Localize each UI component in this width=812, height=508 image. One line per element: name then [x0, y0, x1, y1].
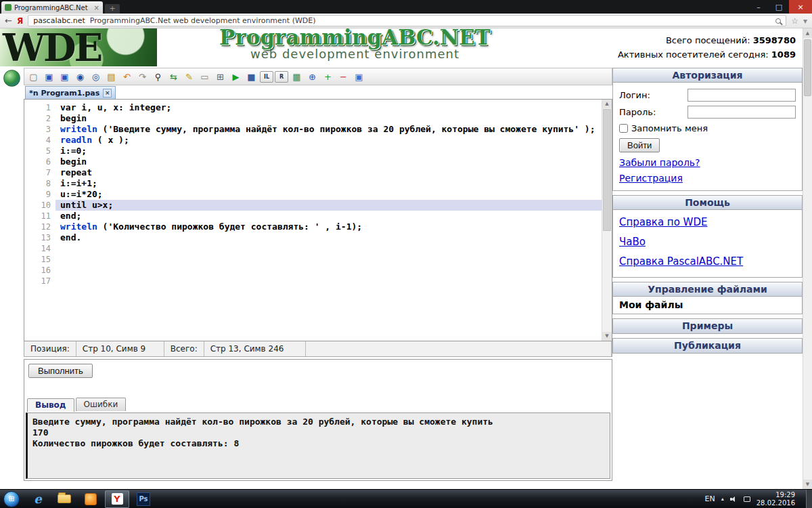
- snippets-icon[interactable]: ▤: [104, 70, 118, 84]
- code-line[interactable]: writeln ('Введите сумму, программа найдё…: [55, 124, 602, 135]
- scroll-down-icon[interactable]: ▼: [602, 332, 612, 341]
- help-wde-link[interactable]: Справка по WDE: [619, 216, 796, 228]
- window-icon[interactable]: ⊞: [213, 70, 227, 84]
- code-line[interactable]: [55, 243, 602, 254]
- start-button[interactable]: ⊞: [3, 491, 20, 507]
- help-panel-header[interactable]: Помощь: [613, 196, 802, 210]
- code-line[interactable]: var i, u, x: integer;: [55, 102, 602, 113]
- network-icon[interactable]: [744, 496, 750, 502]
- tab-close-icon[interactable]: ×: [94, 4, 99, 12]
- code-line[interactable]: until u>x;: [55, 200, 602, 211]
- save-icon[interactable]: ▣: [42, 70, 56, 84]
- open-url-icon[interactable]: ◉: [73, 70, 87, 84]
- code-area[interactable]: var i, u, x: integer;beginwriteln ('Введ…: [55, 100, 602, 341]
- undo-icon[interactable]: ↶: [120, 70, 134, 84]
- my-files-item[interactable]: Мои файлы: [613, 297, 802, 314]
- format-icon[interactable]: ✎: [182, 70, 196, 84]
- upload-icon[interactable]: ◎: [89, 70, 103, 84]
- orange-app-icon[interactable]: [78, 490, 103, 508]
- code-line[interactable]: i:=0;: [55, 146, 602, 156]
- line-number: 4: [24, 135, 51, 146]
- back-icon[interactable]: ←: [5, 16, 12, 26]
- show-desktop-button[interactable]: [806, 490, 812, 508]
- code-line[interactable]: repeat: [55, 167, 602, 178]
- login-field[interactable]: [687, 89, 796, 102]
- new-file-icon[interactable]: ▢: [26, 70, 41, 84]
- tray-chevron-icon[interactable]: ▴: [721, 496, 724, 502]
- zoom-in-icon[interactable]: +: [321, 70, 335, 84]
- scroll-up-icon[interactable]: ▲: [602, 100, 612, 108]
- code-line[interactable]: begin: [55, 156, 602, 167]
- il-view-icon[interactable]: IL: [260, 71, 273, 83]
- maximize-editor-icon[interactable]: ▣: [352, 70, 366, 84]
- tab-output[interactable]: Вывод: [27, 398, 74, 412]
- new-tab-button[interactable]: +: [105, 4, 120, 14]
- code-line[interactable]: writeln ('Количество пирожков будет сост…: [55, 221, 602, 232]
- web-icon[interactable]: ⊕: [305, 70, 319, 84]
- login-button[interactable]: Войти: [619, 138, 660, 152]
- redo-icon[interactable]: ↷: [135, 70, 150, 84]
- tab-errors[interactable]: Ошибки: [76, 398, 127, 411]
- photoshop-icon[interactable]: Ps: [131, 490, 156, 508]
- line-number: 17: [24, 276, 51, 287]
- auth-panel-header[interactable]: Авторизация: [613, 68, 802, 83]
- code-line[interactable]: end.: [55, 232, 602, 243]
- code-line[interactable]: [55, 254, 602, 265]
- code-editor[interactable]: 1234567891011121314151617 var i, u, x: i…: [24, 99, 612, 341]
- yandex-browser-icon[interactable]: Y: [105, 490, 129, 508]
- volume-icon[interactable]: [730, 496, 738, 503]
- line-number: 13: [24, 232, 51, 243]
- page-scroll-down-icon[interactable]: ▼: [803, 480, 812, 489]
- taskbar-clock[interactable]: 19:29 28.02.2016: [757, 491, 795, 507]
- register-link[interactable]: Регистрация: [619, 173, 796, 184]
- page-scrollbar[interactable]: ▲ ▼: [803, 28, 812, 489]
- password-field[interactable]: [687, 106, 796, 119]
- page-scrollbar-thumb[interactable]: [804, 39, 811, 96]
- publish-panel-header[interactable]: Публикация: [613, 339, 802, 353]
- internet-explorer-icon[interactable]: e: [26, 490, 50, 508]
- url-field[interactable]: pascalabc.net ProgrammingABC.Net web dev…: [28, 15, 786, 26]
- zoom-out-icon[interactable]: −: [336, 70, 351, 84]
- code-line[interactable]: u:=i*20;: [55, 189, 602, 200]
- language-indicator[interactable]: EN: [705, 494, 715, 503]
- bookmark-star-icon[interactable]: ☆: [791, 16, 798, 26]
- save-all-icon[interactable]: ▣: [58, 70, 72, 84]
- translate-icon[interactable]: ⇆: [166, 70, 181, 84]
- code-line[interactable]: [55, 265, 602, 276]
- clear-icon[interactable]: ▭: [198, 70, 212, 84]
- line-number: 2: [24, 113, 51, 124]
- stop-icon[interactable]: ■: [244, 70, 258, 84]
- search-icon[interactable]: [775, 18, 781, 24]
- help-pascalabc-link[interactable]: Справка PascalABC.NET: [619, 255, 796, 268]
- tab-program1[interactable]: *n Program1.pas ×: [25, 86, 116, 99]
- yandex-icon[interactable]: Я: [17, 16, 23, 26]
- image-icon[interactable]: ▦: [290, 70, 304, 84]
- code-line[interactable]: i:=i+1;: [55, 178, 602, 189]
- taskbar: ⊞ e Y Ps EN ▴ 19:29 28.02.2016: [0, 489, 812, 508]
- code-line[interactable]: begin: [55, 113, 602, 124]
- forgot-password-link[interactable]: Забыли пароль?: [619, 157, 796, 168]
- browser-tab[interactable]: ProgrammingABC.Net ×: [1, 1, 103, 14]
- editor-scrollbar[interactable]: ▲ ▼: [602, 100, 612, 341]
- scrollbar-thumb[interactable]: [603, 109, 611, 231]
- remember-me-checkbox[interactable]: [619, 124, 628, 133]
- document-tab-close-icon[interactable]: ×: [103, 89, 112, 98]
- page-content: WDE ProgrammingABC.NET web development e…: [0, 28, 803, 489]
- code-line[interactable]: [55, 276, 602, 287]
- code-line[interactable]: end;: [55, 211, 602, 221]
- minimize-button[interactable]: –: [748, 0, 769, 14]
- result-view-icon[interactable]: R: [275, 71, 288, 83]
- run-icon[interactable]: ▶: [229, 70, 243, 84]
- position-value: Стр 10, Симв 9: [76, 341, 164, 356]
- page-scroll-up-icon[interactable]: ▲: [803, 28, 812, 38]
- files-panel-header[interactable]: Управление файлами: [613, 282, 802, 297]
- code-line[interactable]: readln ( x );: [55, 135, 602, 146]
- maximize-button[interactable]: □: [769, 0, 789, 14]
- examples-panel-header[interactable]: Примеры: [613, 319, 802, 333]
- close-button[interactable]: ×: [789, 0, 812, 14]
- run-button[interactable]: Выполнить: [28, 364, 93, 378]
- faq-link[interactable]: ЧаВо: [619, 236, 796, 248]
- downloads-icon[interactable]: ▾: [803, 16, 807, 26]
- file-explorer-icon[interactable]: [52, 490, 76, 508]
- find-icon[interactable]: ⚲: [151, 70, 165, 84]
